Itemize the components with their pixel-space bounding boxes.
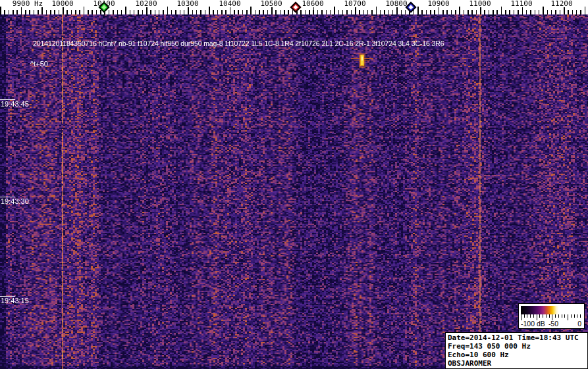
db-legend-labels: -100 dB -50 0 [519, 320, 584, 328]
freq-label: 10000 [51, 0, 74, 7]
frequency-ruler[interactable]: 9900 Hz100001010010200103001040010500106… [0, 0, 588, 14]
freq-label: 11100 [510, 0, 533, 7]
freq-label: 10600 [301, 0, 324, 7]
info-station-line: OBSJAROMER [448, 359, 587, 368]
time-label: 19:43:45 [0, 99, 29, 108]
time-label-text: 19:43:15 [0, 296, 29, 305]
detection-meta-line: 20141201184350716 hCnt7 nb-91 f10724 hit… [33, 39, 444, 47]
freq-label: 10700 [343, 0, 366, 7]
spectrogram-canvas[interactable] [0, 14, 588, 369]
freq-label: 10900 [427, 0, 450, 7]
spectrogram-window: 9900 Hz100001010010200103001040010500106… [0, 0, 588, 369]
time-tick-line [0, 296, 15, 297]
freq-label: 10300 [176, 0, 199, 7]
time-tick-line [0, 99, 15, 100]
db-max-label: 0 [577, 320, 581, 328]
freq-label: 10400 [218, 0, 241, 7]
blue-marker-diamond-core [408, 5, 413, 9]
time-tick-line [0, 197, 15, 197]
info-freq-line: Freq=143 050 000 Hz [448, 342, 587, 351]
time-cursor-label: ^t+50 [30, 60, 48, 68]
info-date-line: Date=2014-12-01 Time=18:43 UTC [448, 333, 587, 342]
time-label-text: 19:43:30 [0, 197, 29, 205]
freq-label: 11000 [468, 0, 491, 7]
freq-label: 10500 [259, 0, 282, 7]
db-mid-label: -50 [548, 320, 558, 328]
freq-label: 10200 [134, 0, 157, 7]
freq-label: 10800 [385, 0, 408, 7]
station-info-box: Date=2014-12-01 Time=18:43 UTC Freq=143 … [445, 332, 588, 369]
db-legend-minor-ticks [521, 314, 582, 318]
red-marker-diamond-core [293, 5, 298, 9]
freq-label: 11200 [550, 0, 573, 7]
db-gradient-bar [521, 306, 582, 314]
info-echo-line: Echo=10 600 Hz [448, 351, 587, 359]
time-label: 19:43:15 [0, 296, 29, 305]
db-color-legend: -100 dB -50 0 [518, 303, 585, 329]
freq-label: 9900 Hz [12, 0, 43, 7]
green-marker-diamond-core [101, 5, 106, 9]
db-min-label: -100 dB [521, 320, 545, 328]
time-label: 19:43:30 [0, 197, 29, 205]
time-label-text: 19:43:45 [0, 99, 29, 108]
